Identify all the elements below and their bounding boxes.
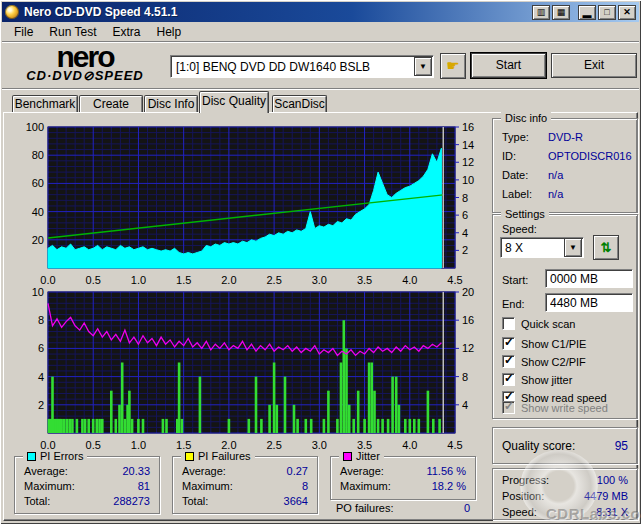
start-button[interactable]: Start bbox=[471, 53, 546, 78]
checkbox-checked-icon bbox=[502, 373, 515, 386]
speed-select-dropdown-button[interactable]: ▼ bbox=[564, 238, 582, 257]
show-jitter-checkbox[interactable]: Show jitter bbox=[502, 373, 572, 386]
quality-score-value: 95 bbox=[615, 439, 628, 453]
quick-scan-checkbox[interactable]: Quick scan bbox=[502, 317, 575, 330]
svg-text:12: 12 bbox=[462, 342, 474, 354]
disc-info-group: Disc info Type:DVD-R ID:OPTODISCR016 Dat… bbox=[492, 118, 638, 213]
hand-icon: ☛ bbox=[446, 57, 459, 75]
pi-errors-title: PI Errors bbox=[40, 450, 83, 462]
window-title: Nero CD-DVD Speed 4.51.1 bbox=[24, 5, 530, 19]
nero-logo-text: nero bbox=[10, 46, 160, 68]
close-button[interactable]: ✕ bbox=[618, 5, 636, 20]
po-failures-row: PO failures: 0 bbox=[336, 502, 470, 514]
show-c2-pif-checkbox[interactable]: Show C2/PIF bbox=[502, 355, 586, 368]
save-results-button[interactable]: ▦ bbox=[552, 5, 570, 20]
tab-disc-info[interactable]: Disc Info bbox=[144, 95, 198, 113]
menu-help[interactable]: Help bbox=[149, 23, 190, 41]
svg-text:16: 16 bbox=[462, 121, 474, 133]
jitter-legend: Jitter bbox=[339, 450, 384, 462]
pif-average-label: Average: bbox=[182, 465, 226, 477]
jitter-title: Jitter bbox=[356, 450, 380, 462]
svg-text:14: 14 bbox=[462, 139, 474, 151]
chevron-down-icon: ▼ bbox=[569, 243, 577, 252]
pi-errors-stats-group: PI Errors Average:20.33 Maximum:81 Total… bbox=[14, 456, 160, 514]
svg-text:2: 2 bbox=[38, 399, 44, 411]
settings-group: Settings Speed: 8 X ▼ ⇅ Start: End: Quic… bbox=[492, 214, 638, 419]
progress-value: 100 % bbox=[597, 474, 628, 486]
po-failures-label: PO failures: bbox=[336, 502, 393, 514]
svg-text:4.5: 4.5 bbox=[447, 439, 462, 451]
exit-button[interactable]: Exit bbox=[551, 53, 637, 78]
show-c1-pie-label: Show C1/PIE bbox=[521, 338, 586, 350]
end-position-input[interactable] bbox=[545, 293, 633, 312]
show-c2-pif-label: Show C2/PIF bbox=[521, 356, 586, 368]
svg-text:12: 12 bbox=[462, 156, 474, 168]
svg-text:60: 60 bbox=[32, 177, 44, 189]
maximize-icon: □ bbox=[604, 8, 609, 17]
svg-text:6: 6 bbox=[462, 209, 468, 221]
close-icon: ✕ bbox=[623, 8, 631, 17]
svg-text:3.0: 3.0 bbox=[312, 439, 327, 451]
menu-file[interactable]: File bbox=[6, 23, 41, 41]
svg-text:4: 4 bbox=[462, 399, 468, 411]
svg-text:1.0: 1.0 bbox=[131, 439, 146, 451]
show-c1-pie-checkbox[interactable]: Show C1/PIE bbox=[502, 337, 586, 350]
tab-create-disc[interactable]: Create Disc bbox=[79, 95, 143, 113]
checkbox-checked-icon bbox=[502, 355, 515, 368]
disc-date-value: n/a bbox=[548, 169, 563, 181]
svg-text:0.5: 0.5 bbox=[86, 439, 101, 451]
eject-load-button[interactable]: ☛ bbox=[440, 53, 466, 79]
watermark-text: CDRLabs.com bbox=[546, 505, 641, 522]
drive-select-dropdown-button[interactable]: ▼ bbox=[414, 57, 432, 76]
tab-benchmark[interactable]: Benchmark bbox=[12, 95, 78, 113]
tab-scandisc[interactable]: ScanDisc bbox=[272, 95, 327, 113]
pi-errors-swatch-icon bbox=[27, 452, 36, 461]
menu-bar: File Run Test Extra Help bbox=[2, 22, 639, 42]
refresh-speeds-button[interactable]: ⇅ bbox=[593, 235, 619, 260]
svg-text:10: 10 bbox=[32, 286, 44, 298]
chevron-down-icon: ▼ bbox=[419, 62, 427, 71]
pi-errors-chart: 246810121416204060801000.00.51.01.52.02.… bbox=[24, 118, 490, 288]
pif-average-value: 0.27 bbox=[287, 465, 308, 477]
svg-text:4: 4 bbox=[462, 227, 468, 239]
svg-text:2.5: 2.5 bbox=[266, 439, 281, 451]
cdspeed-logo-text: CD·DVD⊘SPEED bbox=[10, 68, 160, 83]
pi-failures-stats-group: PI Failures Average:0.27 Maximum:8 Total… bbox=[172, 456, 318, 514]
menu-run-test[interactable]: Run Test bbox=[41, 23, 104, 41]
menu-extra[interactable]: Extra bbox=[104, 23, 148, 41]
svg-text:100: 100 bbox=[26, 121, 44, 133]
title-bar: Nero CD-DVD Speed 4.51.1 ▥ ▦ ▬ □ ✕ bbox=[2, 2, 639, 22]
jitter-average-label: Average: bbox=[340, 465, 384, 477]
show-jitter-label: Show jitter bbox=[521, 374, 572, 386]
jitter-average-value: 11.56 % bbox=[426, 465, 466, 477]
disc-label-label: Label: bbox=[502, 188, 532, 200]
drive-select[interactable]: [1:0] BENQ DVD DD DW1640 BSLB ▼ bbox=[170, 55, 434, 78]
jitter-maximum-value: 18.2 % bbox=[432, 480, 466, 492]
drive-select-value: [1:0] BENQ DVD DD DW1640 BSLB bbox=[171, 60, 414, 74]
speed-select[interactable]: 8 X ▼ bbox=[500, 237, 584, 258]
disc-info-title: Disc info bbox=[501, 112, 551, 124]
checkbox-checked-icon bbox=[502, 337, 515, 350]
tab-disc-quality[interactable]: Disc Quality bbox=[199, 91, 269, 113]
svg-text:8: 8 bbox=[38, 314, 44, 326]
disc-type-value: DVD-R bbox=[548, 131, 583, 143]
minimize-button[interactable]: ▬ bbox=[578, 5, 596, 20]
toolbar-divider bbox=[2, 88, 639, 90]
quick-scan-label: Quick scan bbox=[521, 318, 575, 330]
pi-failures-swatch-icon bbox=[185, 452, 194, 461]
settings-title: Settings bbox=[501, 208, 549, 220]
jitter-maximum-label: Maximum: bbox=[340, 480, 391, 492]
pif-total-label: Total: bbox=[182, 495, 208, 507]
pif-total-value: 3664 bbox=[284, 495, 308, 507]
disc-label-value: n/a bbox=[548, 188, 563, 200]
app-window: Nero CD-DVD Speed 4.51.1 ▥ ▦ ▬ □ ✕ File … bbox=[0, 0, 641, 524]
svg-text:2: 2 bbox=[462, 244, 468, 256]
svg-text:10: 10 bbox=[462, 174, 474, 186]
pie-average-value: 20.33 bbox=[122, 465, 150, 477]
copy-to-clipboard-button[interactable]: ▥ bbox=[532, 5, 550, 20]
svg-text:4: 4 bbox=[38, 371, 44, 383]
start-position-input[interactable] bbox=[545, 269, 633, 288]
maximize-button[interactable]: □ bbox=[598, 5, 616, 20]
svg-text:8: 8 bbox=[462, 192, 468, 204]
floppy-save-icon: ▦ bbox=[557, 8, 566, 17]
